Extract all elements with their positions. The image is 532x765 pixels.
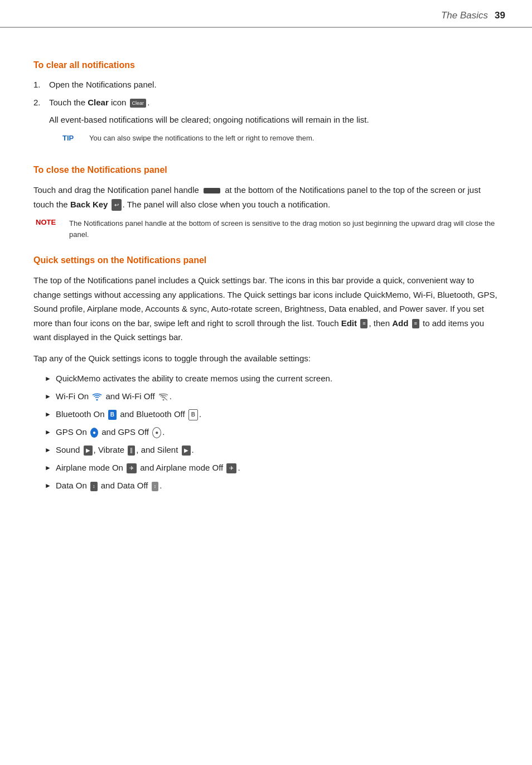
header-title: The Basics	[441, 10, 488, 21]
bullet-arrow: ►	[45, 374, 51, 384]
list-item-gps: ► GPS On ● and GPS Off ●.	[45, 425, 499, 439]
edit-bold: Edit	[341, 318, 357, 328]
bullet-list: ► QuickMemo activates the ability to cre…	[33, 372, 499, 492]
vibrate-icon: ‖	[128, 446, 135, 456]
step-1-text: Open the Notifications panel.	[49, 78, 499, 91]
close-panel-body: Touch and drag the Notification panel ha…	[33, 183, 499, 211]
list-item-data: ► Data On ↕ and Data Off ↕.	[45, 479, 499, 492]
airplane-on-icon: ✈	[127, 463, 137, 473]
gps-off-icon: ●	[152, 427, 161, 438]
section-quick-settings: Quick settings on the Notifications pane…	[33, 255, 499, 492]
list-item-wifi: ► Wi-Fi On and Wi-Fi Off	[45, 390, 499, 403]
step-2: 2. Touch the Clear icon Clear. All event…	[33, 96, 499, 149]
svg-point-0	[96, 399, 98, 401]
step-2-content: Touch the Clear icon Clear. All event-ba…	[49, 96, 499, 149]
wifi-text: Wi-Fi On and Wi-Fi Off	[56, 390, 172, 403]
list-item-quickmemo: ► QuickMemo activates the ability to cre…	[45, 372, 499, 385]
page-header: The Basics 39	[0, 0, 532, 28]
clear-bold: Clear	[88, 98, 109, 107]
note-text: The Notifications panel handle at the bo…	[69, 218, 499, 240]
bluetooth-text: Bluetooth On B and Bluetooth Off B.	[56, 408, 201, 421]
bullet-arrow: ►	[45, 463, 51, 473]
step-2-description: All event-based notifications will be cl…	[49, 113, 499, 127]
wifi-on-icon	[92, 393, 102, 401]
add-bold: Add	[392, 318, 408, 328]
tip-label: TIP	[62, 133, 80, 144]
quick-settings-para2: Tap any of the Quick settings icons to t…	[33, 351, 499, 366]
step-1-num: 1.	[33, 78, 45, 91]
section-clear-notifications: To clear all notifications 1. Open the N…	[33, 60, 499, 149]
section-heading-clear: To clear all notifications	[33, 60, 499, 70]
note-box: NOTE The Notifications panel handle at t…	[33, 218, 499, 240]
bullet-arrow: ►	[45, 409, 51, 420]
step-1: 1. Open the Notifications panel.	[33, 78, 499, 91]
step-2-text: Touch the Clear icon Clear.	[49, 96, 499, 109]
section-heading-close: To close the Notifications panel	[33, 165, 499, 175]
gps-on-icon: ●	[90, 428, 98, 438]
page-number: 39	[495, 10, 505, 21]
list-item-sound: ► Sound ▶, Vibrate ‖, and Silent ▶.	[45, 443, 499, 457]
main-content: To clear all notifications 1. Open the N…	[0, 28, 532, 519]
data-text: Data On ↕ and Data Off ↕.	[56, 479, 162, 492]
back-key-icon: ↩	[112, 199, 122, 211]
tip-box: TIP You can also swipe the notifications…	[62, 133, 499, 144]
bullet-arrow: ►	[45, 481, 51, 491]
list-item-bluetooth: ► Bluetooth On B and Bluetooth Off B.	[45, 408, 499, 421]
handle-icon	[204, 188, 220, 193]
svg-point-1	[162, 399, 164, 401]
tip-text: You can also swipe the notifications to …	[89, 133, 314, 144]
list-item-airplane: ► Airplane mode On ✈ and Airplane mode O…	[45, 461, 499, 475]
bullet-arrow: ►	[45, 391, 51, 402]
note-label: NOTE	[36, 218, 60, 226]
bullet-arrow: ►	[45, 445, 51, 456]
section-close-panel: To close the Notifications panel Touch a…	[33, 165, 499, 240]
bt-on-icon: B	[108, 410, 117, 420]
quickmemo-text: QuickMemo activates the ability to creat…	[56, 372, 332, 385]
airplane-text: Airplane mode On ✈ and Airplane mode Off…	[56, 461, 240, 475]
data-off-icon: ↕	[152, 482, 159, 491]
airplane-off-icon: ✈	[226, 463, 236, 473]
step-2-num: 2.	[33, 96, 45, 149]
wifi-off-icon	[158, 393, 168, 401]
silent-icon: ▶	[182, 446, 191, 456]
section-heading-quick: Quick settings on the Notifications pane…	[33, 255, 499, 265]
back-key-bold: Back Key	[70, 200, 108, 209]
bt-off-icon: B	[188, 409, 198, 420]
gps-text: GPS On ● and GPS Off ●.	[56, 425, 165, 439]
data-on-icon: ↕	[90, 482, 98, 491]
sound-icon: ▶	[84, 446, 93, 456]
sound-text: Sound ▶, Vibrate ‖, and Silent ▶.	[56, 443, 194, 457]
page-container: The Basics 39 To clear all notifications…	[0, 0, 532, 765]
clear-icon: Clear	[130, 99, 147, 108]
bullet-arrow: ►	[45, 427, 51, 438]
edit-icon: ≡	[360, 319, 367, 328]
quick-settings-para1: The top of the Notifications panel inclu…	[33, 273, 499, 345]
add-icon: ≡	[412, 319, 419, 328]
